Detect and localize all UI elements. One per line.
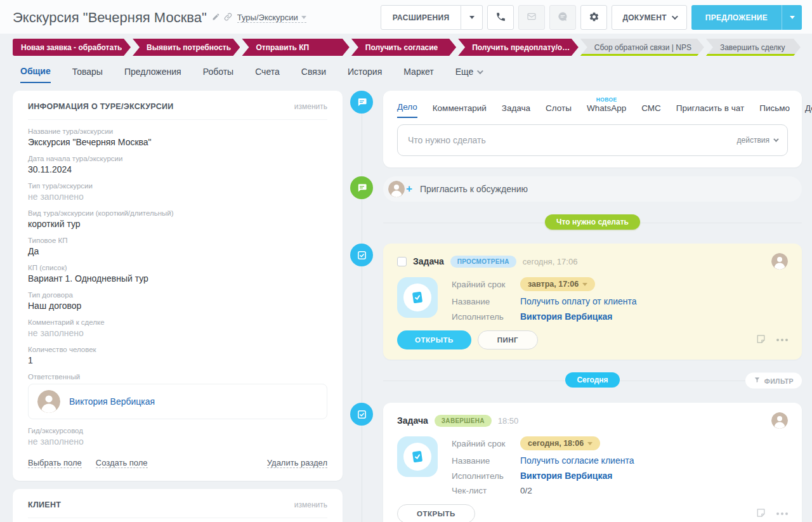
edit-title-icon[interactable] [212,12,220,23]
timeline-tab-letter[interactable]: Письмо [759,103,790,118]
open-channel-button[interactable] [549,5,576,30]
proposal-split-button: ПРЕДЛОЖЕНИЕ [691,5,802,30]
timestamp: сегодня, 17:06 [523,257,578,266]
invite-label: Пригласить к обсуждению [420,184,528,194]
chevron-down-icon [301,16,306,19]
extensions-dropdown-button[interactable] [461,5,483,30]
create-field-link[interactable]: Создать поле [96,458,148,468]
more-actions-icon[interactable] [776,512,788,515]
tab-general[interactable]: Общие [20,66,51,83]
task-type-label: Задача [413,256,444,266]
task-tile-icon [397,436,438,477]
stage-feedback-nps[interactable]: Сбор обратной связи | NPS [580,39,704,56]
chevron-down-icon [773,136,778,141]
actions-dropdown[interactable]: действия [737,136,777,145]
field-deal-comment: Комментарий к сделке не заполнено [28,318,327,338]
chevron-down-icon [477,68,483,74]
note-icon[interactable] [756,334,766,347]
tab-history[interactable]: История [348,66,382,83]
stage-send-proposal[interactable]: Отправить КП [242,39,349,56]
timeline-tab-whatsapp[interactable]: НОВОЕ WhatsApp [587,103,626,118]
gear-icon [589,11,599,24]
todo-input[interactable] [408,135,737,145]
invite-to-discussion[interactable]: + Пригласить к обсуждению [383,176,802,202]
timeline-tab-task[interactable]: Задача [502,103,530,118]
more-actions-icon[interactable] [776,339,788,341]
assignee-link[interactable]: Виктория Вербицкая [520,311,637,322]
open-task-button[interactable]: ОТКРЫТЬ [397,504,475,522]
field-kp-list: КП (список) Вариант 1. Однодневный тур [28,264,327,284]
proposal-button[interactable]: ПРЕДЛОЖЕНИЕ [691,5,782,30]
chevron-down-icon [469,16,475,19]
field-start-date: Дата начала тура/экскурсии 30.11.2024 [28,155,327,174]
deadline-dropdown[interactable]: завтра, 17:06 [520,277,595,291]
tab-more[interactable]: Еще [455,66,482,83]
timeline-tab-comment[interactable]: Комментарий [433,103,487,118]
tour-info-panel: ИНФОРМАЦИЯ О ТУРЕ/ЭКСКУРСИИ изменить Наз… [13,91,343,481]
email-button[interactable] [518,5,545,30]
pipeline-stages: Новая заявка - обработать Выявить потреб… [13,39,801,56]
responsible-user-link[interactable]: Виктория Вербицкая [69,396,155,407]
deadline-dropdown[interactable]: сегодня, 18:06 [520,436,600,450]
field-responsible: Ответственный Виктория Вербицкая [28,373,327,419]
field-tour-type: Тип тура/экскурсии не заполнено [28,182,327,202]
copy-link-icon[interactable] [224,12,232,23]
open-task-button[interactable]: ОТКРЫТЬ [397,330,471,349]
task-complete-checkbox[interactable] [397,257,407,266]
pipeline-category-link[interactable]: Туры/Экскурсии [237,13,306,23]
timeline-tab-deal[interactable]: Дело [397,102,417,118]
deal-tabs: Общие Товары Предложения Роботы Счета Св… [0,56,812,83]
tab-market[interactable]: Маркет [403,66,433,83]
field-people-count: Количество человек 1 [28,346,327,365]
status-badge: ЗАВЕРШЕНА [435,415,492,427]
edit-section-link[interactable]: изменить [294,102,327,111]
select-field-link[interactable]: Выбрать поле [28,458,82,468]
settings-button[interactable] [580,5,607,30]
task-card-completed: Задача ЗАВЕРШЕНА 18:50 Крайний срок сего… [383,403,802,522]
timeline-tab-slots[interactable]: Слоты [546,103,572,118]
document-button[interactable]: ДОКУМЕНТ [612,5,686,30]
task-icon [350,244,373,266]
todo-pill-button[interactable]: Что нужно сделать [545,214,640,230]
tab-robots[interactable]: Роботы [203,66,233,83]
timeline: Дело Комментарий Задача Слоты НОВОЕ What… [350,91,802,522]
edit-section-link[interactable]: изменить [294,500,327,509]
tab-products[interactable]: Товары [72,66,103,83]
today-pill: Сегодня [565,372,619,388]
stage-close-deal[interactable]: Завершить сделку [706,39,801,56]
task-name-link[interactable]: Получить согласие клиента [520,455,634,466]
tab-invoices[interactable]: Счета [255,66,280,83]
delete-section-link[interactable]: Удалить раздел [267,458,327,468]
task-tile-icon [397,277,438,318]
stage-get-payment[interactable]: Получить предоплату/оплату [458,39,579,56]
avatar [37,390,60,413]
stage-get-agreement[interactable]: Получить согласие [351,39,456,56]
tab-links[interactable]: Связи [301,66,326,83]
ping-button[interactable]: ПИНГ [478,330,538,349]
field-tour-kind: Вид тура/экскурсии (короткий/длительный)… [28,209,327,229]
chevron-down-icon [672,13,678,20]
stage-new-request[interactable]: Новая заявка - обработать [13,39,131,56]
avatar [388,181,405,197]
topbar: Экскурсия "Вечерняя Москва" Туры/Экскурс… [0,0,812,34]
phone-icon [495,11,506,24]
extensions-button[interactable]: РАСШИРЕНИЯ [381,5,462,30]
chat-icon [558,11,568,23]
task-type-label: Задача [397,415,428,426]
task-name-link[interactable]: Получить оплату от клиента [520,296,637,306]
avatar [771,253,788,270]
filter-button[interactable]: ФИЛЬТР [745,373,802,389]
field-contract-type: Тип договора Наш договор [28,291,327,311]
call-button[interactable] [487,5,514,30]
filter-icon [754,377,761,385]
chevron-down-icon [790,16,795,19]
timeline-tab-sms[interactable]: СМС [641,103,661,118]
assignee-link[interactable]: Виктория Вербицкая [520,471,634,481]
timeline-tab-delivery[interactable]: Доставка [805,103,812,118]
plus-icon: + [406,183,412,195]
tab-quotes[interactable]: Предложения [124,66,181,83]
proposal-dropdown-button[interactable] [782,5,802,30]
note-icon[interactable] [756,507,766,521]
timeline-tab-invite-chat[interactable]: Пригласить в чат [676,103,744,118]
stage-identify-need[interactable]: Выявить потребность [133,39,240,56]
